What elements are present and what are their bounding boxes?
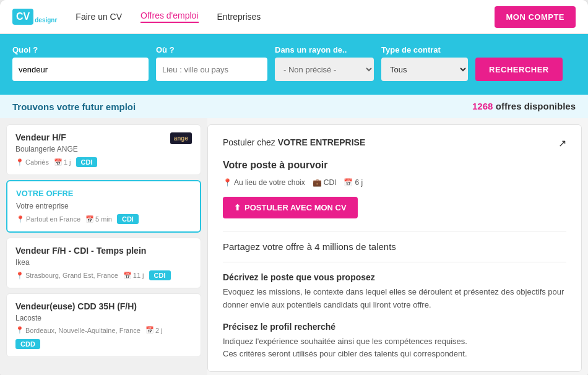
nav-offres-emploi[interactable]: Offres d'emploi (141, 11, 198, 23)
ou-field-group: Où ? (156, 45, 267, 81)
detail-location: 📍 Au lieu de votre choix (223, 178, 305, 187)
section2-title: Précisez le profil recherché (223, 322, 566, 332)
job-age-promo: 📅 5 min (85, 215, 112, 223)
contrat-field-group: Type de contrat Tous CDI CDD Intérim Sta… (381, 45, 468, 81)
job-meta-3: 📍 Bordeaux, Nouvelle-Aquitaine, France 📅… (15, 326, 192, 349)
job-title-3: Vendeur(euse) CDD 35H (F/H) (15, 301, 192, 311)
rayon-select[interactable]: - Non précisé - 10 km 20 km 50 km (275, 58, 374, 81)
job-meta-0: 📍 Cabriès 📅 1 j CDI (15, 157, 165, 167)
rayon-label: Dans un rayon de.. (275, 45, 374, 54)
offers-count-container: 1268 offres disponibles (472, 101, 576, 112)
upload-icon: ⬆ (234, 203, 241, 212)
job-card-3[interactable]: Vendeur(euse) CDD 35H (F/H) Lacoste 📍 Bo… (6, 293, 201, 357)
navigation: CV designr Faire un CV Offres d'emploi E… (0, 0, 588, 34)
detail-meta: 📍 Au lieu de votre choix 💼 CDI 📅 6 j (223, 178, 566, 187)
job-age-3: 📅 2 j (145, 326, 163, 334)
job-company-0: Boulangerie ANGE (15, 145, 165, 153)
logo: CV designr (12, 9, 57, 25)
divider-2 (223, 262, 566, 262)
job-badge-2: CDI (149, 270, 171, 280)
detail-header: Postuler chez VOTRE ENTREPRISE ↗ (223, 137, 566, 153)
location-icon-3: 📍 (15, 326, 24, 334)
detail-age: 📅 6 j (344, 178, 363, 187)
calendar-icon-0: 📅 (54, 158, 63, 166)
section1-text: Evoquez les missions, le contexte dans l… (223, 286, 566, 312)
nav-entreprises[interactable]: Entreprises (217, 12, 261, 22)
contrat-label: Type de contrat (381, 45, 468, 54)
job-card-2[interactable]: Vendeur F/H - CDI - Temps plein Ikea 📍 S… (6, 238, 201, 288)
postuler-prefix: Postuler chez (223, 137, 278, 147)
ou-label: Où ? (156, 45, 267, 54)
search-button[interactable]: RECHERCHER (475, 58, 563, 81)
calendar-icon-promo: 📅 (85, 215, 94, 223)
company-logo-0: ange (170, 132, 192, 144)
job-location-2: 📍 Strasbourg, Grand Est, France (15, 272, 118, 280)
ou-input[interactable] (156, 58, 267, 81)
job-meta-2: 📍 Strasbourg, Grand Est, France 📅 11 j C… (15, 270, 192, 280)
detail-location-icon: 📍 (223, 178, 232, 187)
job-location-promo: 📍 Partout en France (16, 215, 80, 223)
search-bar: Quoi ? Où ? Dans un rayon de.. - Non pré… (0, 34, 588, 95)
quoi-field-group: Quoi ? (12, 45, 149, 81)
contrat-select[interactable]: Tous CDI CDD Intérim Stage (381, 58, 468, 81)
your-offer-label: VOTRE OFFRE (16, 189, 191, 198)
job-location-0: 📍 Cabriès (15, 158, 49, 166)
section1-title: Décrivez le poste que vous proposez (223, 272, 566, 282)
location-icon-2: 📍 (15, 272, 24, 280)
offers-count-suffix: offres disponibles (496, 101, 576, 111)
job-company-promo: Votre entreprise (16, 202, 191, 210)
location-icon-0: 📍 (15, 158, 24, 166)
detail-contract: 💼 CDI (313, 178, 337, 187)
job-list: Vendeur H/F Boulangerie ANGE 📍 Cabriès 📅… (0, 118, 207, 375)
job-age-2: 📅 11 j (123, 272, 144, 280)
location-icon-promo: 📍 (16, 215, 25, 223)
search-fields: Quoi ? Où ? Dans un rayon de.. - Non pré… (12, 45, 576, 81)
subtitle-text: Trouvons votre futur emploi (12, 101, 136, 112)
rayon-field-group: Dans un rayon de.. - Non précisé - 10 km… (275, 45, 374, 81)
postuler-company: VOTRE ENTREPRISE (278, 137, 366, 147)
divider-1 (223, 231, 566, 231)
job-title-2: Vendeur F/H - CDI - Temps plein (15, 246, 192, 256)
job-company-3: Lacoste (15, 314, 192, 322)
calendar-icon-2: 📅 (123, 272, 132, 280)
job-age-0: 📅 1 j (54, 158, 71, 166)
job-card-promo[interactable]: VOTRE OFFRE Votre entreprise 📍 Partout e… (6, 180, 201, 233)
logo-icon: CV (12, 9, 33, 25)
quoi-label: Quoi ? (12, 45, 149, 54)
detail-age-icon: 📅 (344, 178, 353, 187)
postuler-chez: Postuler chez VOTRE ENTREPRISE (223, 137, 365, 147)
job-title-0: Vendeur H/F (15, 132, 165, 142)
share-section: Partagez votre offre à 4 millions de tal… (223, 241, 566, 252)
mon-compte-button[interactable]: MON COMPTE (495, 6, 576, 28)
apply-button[interactable]: ⬆ POSTULER AVEC MON CV (223, 197, 358, 218)
ange-logo: ange (170, 132, 192, 144)
job-badge-promo: CDI (117, 214, 139, 224)
detail-contract-icon: 💼 (313, 178, 322, 187)
apply-btn-label: POSTULER AVEC MON CV (244, 203, 347, 212)
job-card-0[interactable]: Vendeur H/F Boulangerie ANGE 📍 Cabriès 📅… (6, 124, 201, 175)
job-badge-0: CDI (76, 157, 98, 167)
logo-subtext: designr (35, 17, 57, 24)
external-link-icon[interactable]: ↗ (558, 137, 566, 149)
subtitle-bar: Trouvons votre futur emploi 1268 offres … (0, 95, 588, 118)
detail-title: Votre poste à pourvoir (223, 160, 566, 171)
quoi-input[interactable] (12, 58, 149, 81)
footer-note: Cette offre est proposée par TalentPicke… (223, 371, 566, 372)
nav-links: Faire un CV Offres d'emploi Entreprises (76, 11, 495, 23)
offers-count-number: 1268 (472, 101, 493, 111)
job-badge-3: CDD (15, 339, 40, 349)
job-location-3: 📍 Bordeaux, Nouvelle-Aquitaine, France (15, 326, 141, 334)
detail-panel: Postuler chez VOTRE ENTREPRISE ↗ Votre p… (207, 124, 582, 372)
calendar-icon-3: 📅 (145, 326, 154, 334)
job-company-2: Ikea (15, 258, 192, 267)
main-content: Vendeur H/F Boulangerie ANGE 📍 Cabriès 📅… (0, 118, 588, 375)
nav-faire-un-cv[interactable]: Faire un CV (76, 12, 122, 22)
section2-text: Indiquez l'expérience souhaitée ainsi qu… (223, 335, 566, 361)
job-meta-promo: 📍 Partout en France 📅 5 min CDI (16, 214, 191, 224)
